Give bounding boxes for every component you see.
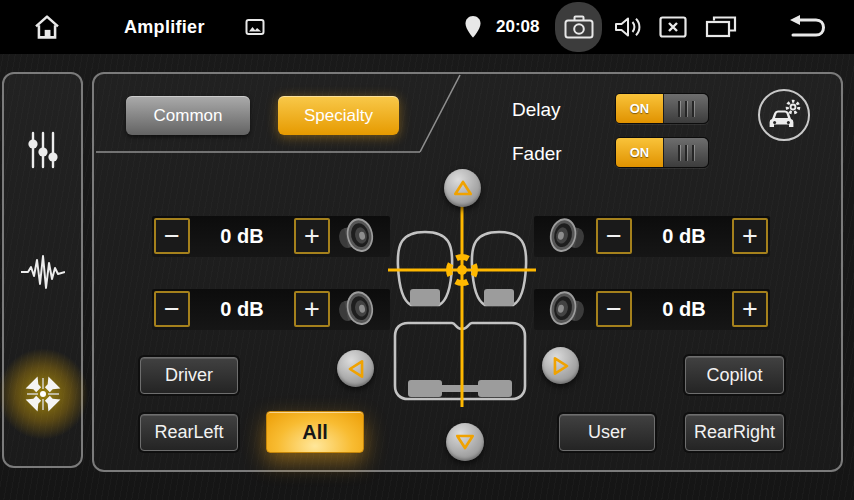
fader-up-button[interactable] (444, 169, 481, 207)
close-app-button[interactable] (659, 0, 687, 54)
fader-on-label: ON (616, 138, 663, 167)
zone-rearleft-button[interactable]: RearLeft (140, 414, 238, 451)
gallery-button[interactable] (245, 0, 265, 54)
front-right-gain-plus-button[interactable]: + (732, 218, 768, 254)
delay-toggle-knob (663, 94, 708, 123)
fader-panel: Common Specialty Delay ON Fader ON (92, 72, 843, 472)
screenshot-button[interactable] (555, 2, 602, 52)
close-window-icon (659, 16, 687, 38)
front-right-gain-value: 0 dB (634, 225, 734, 248)
amplifier-screen: Amplifier 20:08 (0, 0, 854, 500)
fader-down-button[interactable] (446, 423, 484, 461)
balance-right-button[interactable] (542, 347, 579, 384)
back-button[interactable] (786, 0, 828, 54)
equalizer-icon (24, 130, 62, 170)
speaker-icon (546, 286, 588, 332)
rear-left-gain-minus-button[interactable]: − (154, 291, 190, 327)
arrow-right-icon (550, 355, 572, 377)
tab-specialty[interactable]: Specialty (278, 96, 399, 135)
fader-toggle-knob (663, 138, 708, 167)
status-bar: Amplifier 20:08 (0, 0, 854, 54)
rear-left-gain-value: 0 dB (192, 298, 292, 321)
delay-on-label: ON (616, 94, 663, 123)
sidebar-item-fader[interactable] (4, 349, 81, 439)
tab-common[interactable]: Common (126, 96, 250, 135)
location-indicator (464, 0, 482, 54)
recent-apps-button[interactable] (705, 0, 737, 54)
rear-right-gain-minus-button[interactable]: − (596, 291, 632, 327)
fader-speakers-icon (20, 371, 66, 417)
volume-icon (613, 15, 643, 39)
arrow-left-icon (345, 358, 367, 380)
arrow-down-icon (454, 431, 476, 453)
speaker-icon (335, 286, 377, 332)
car-settings-icon (766, 99, 802, 131)
delay-label: Delay (512, 99, 561, 121)
sidebar (2, 72, 83, 468)
location-icon (464, 15, 482, 39)
rear-right-gain-value: 0 dB (634, 298, 734, 321)
zone-user-button[interactable]: User (559, 414, 655, 451)
fader-toggle[interactable]: ON (615, 137, 709, 168)
home-button[interactable] (32, 0, 62, 54)
rear-left-gain-plus-button[interactable]: + (294, 291, 330, 327)
volume-button[interactable] (613, 0, 643, 54)
car-settings-button[interactable] (758, 89, 810, 141)
balance-left-button[interactable] (337, 350, 374, 387)
sidebar-item-sound-effects[interactable] (4, 227, 81, 317)
front-left-gain-value: 0 dB (192, 225, 292, 248)
zone-rearright-button[interactable]: RearRight (685, 414, 784, 451)
zone-driver-button[interactable]: Driver (140, 357, 238, 394)
gallery-icon (245, 17, 265, 37)
clock: 20:08 (496, 0, 539, 54)
home-icon (32, 12, 62, 42)
rear-right-gain-plus-button[interactable]: + (732, 291, 768, 327)
page-title: Amplifier (124, 0, 205, 54)
speaker-icon (546, 213, 588, 259)
speaker-icon (335, 213, 377, 259)
front-left-gain-minus-button[interactable]: − (154, 218, 190, 254)
recent-apps-icon (705, 15, 737, 39)
sidebar-item-equalizer[interactable] (4, 105, 81, 195)
back-icon (786, 14, 828, 40)
front-right-gain-minus-button[interactable]: − (596, 218, 632, 254)
camera-icon (564, 14, 594, 40)
front-left-gain-plus-button[interactable]: + (294, 218, 330, 254)
zone-all-button[interactable]: All (266, 411, 364, 453)
delay-toggle[interactable]: ON (615, 93, 709, 124)
zone-copilot-button[interactable]: Copilot (685, 356, 784, 394)
arrow-up-icon (452, 177, 474, 199)
waveform-icon (21, 254, 65, 290)
